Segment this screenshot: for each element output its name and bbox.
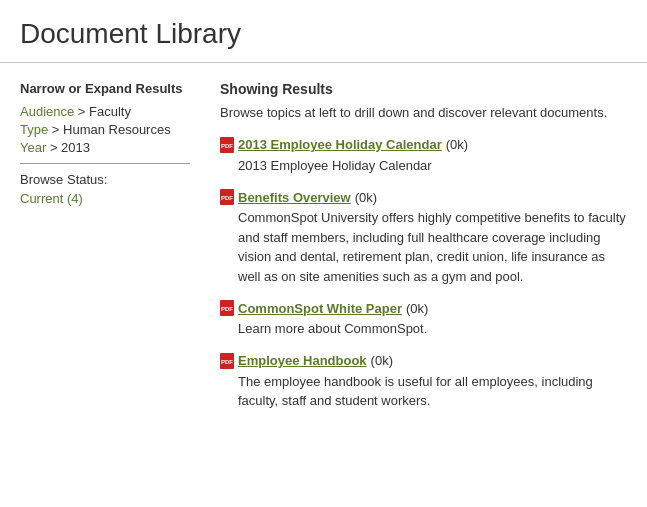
doc-item-2: PDF Benefits Overview (0k) CommonSpot Un…: [220, 189, 627, 286]
type-filter-operator: > Human Resources: [52, 122, 171, 137]
audience-filter-operator: > Faculty: [78, 104, 131, 119]
sidebar: Narrow or Expand Results Audience > Facu…: [10, 81, 200, 425]
browse-status-label: Browse Status:: [20, 172, 190, 187]
main-content: Showing Results Browse topics at left to…: [210, 81, 637, 425]
year-filter-operator: > 2013: [50, 140, 90, 155]
doc-link-2[interactable]: Benefits Overview: [238, 190, 351, 205]
doc-size-1: (0k): [446, 137, 468, 152]
doc-description-3: Learn more about CommonSpot.: [220, 319, 627, 339]
doc-description-4: The employee handbook is useful for all …: [220, 372, 627, 411]
doc-link-1[interactable]: 2013 Employee Holiday Calendar: [238, 137, 442, 152]
pdf-icon-4: PDF: [220, 353, 234, 369]
doc-size-3: (0k): [406, 301, 428, 316]
sidebar-heading: Narrow or Expand Results: [20, 81, 190, 96]
sidebar-filter-audience: Audience > Faculty: [20, 104, 190, 119]
doc-item-4: PDF Employee Handbook (0k) The employee …: [220, 353, 627, 411]
header-section: Document Library: [0, 0, 647, 63]
sidebar-filter-year: Year > 2013: [20, 140, 190, 155]
year-filter-link[interactable]: Year: [20, 140, 46, 155]
doc-title-row-2: PDF Benefits Overview (0k): [220, 189, 627, 205]
svg-text:PDF: PDF: [221, 359, 233, 365]
svg-text:PDF: PDF: [221, 306, 233, 312]
sidebar-divider: [20, 163, 190, 164]
doc-link-4[interactable]: Employee Handbook: [238, 353, 367, 368]
browse-instruction: Browse topics at left to drill down and …: [220, 103, 627, 123]
pdf-icon-3: PDF: [220, 300, 234, 316]
doc-size-4: (0k): [371, 353, 393, 368]
content-area: Narrow or Expand Results Audience > Facu…: [0, 63, 647, 435]
svg-text:PDF: PDF: [221, 143, 233, 149]
audience-filter-link[interactable]: Audience: [20, 104, 74, 119]
doc-title-row-1: PDF 2013 Employee Holiday Calendar (0k): [220, 137, 627, 153]
type-filter-link[interactable]: Type: [20, 122, 48, 137]
page-title: Document Library: [20, 18, 627, 50]
doc-title-row-4: PDF Employee Handbook (0k): [220, 353, 627, 369]
doc-description-2: CommonSpot University offers highly comp…: [220, 208, 627, 286]
doc-link-3[interactable]: CommonSpot White Paper: [238, 301, 402, 316]
current-filter-link[interactable]: Current (4): [20, 191, 83, 206]
sidebar-filter-type: Type > Human Resources: [20, 122, 190, 137]
doc-description-1: 2013 Employee Holiday Calendar: [220, 156, 627, 176]
page-wrapper: Document Library Narrow or Expand Result…: [0, 0, 647, 435]
browse-status-link: Current (4): [20, 191, 190, 206]
doc-size-2: (0k): [355, 190, 377, 205]
showing-results-heading: Showing Results: [220, 81, 627, 97]
doc-item-1: PDF 2013 Employee Holiday Calendar (0k) …: [220, 137, 627, 176]
pdf-icon-2: PDF: [220, 189, 234, 205]
doc-title-row-3: PDF CommonSpot White Paper (0k): [220, 300, 627, 316]
pdf-icon-1: PDF: [220, 137, 234, 153]
doc-item-3: PDF CommonSpot White Paper (0k) Learn mo…: [220, 300, 627, 339]
svg-text:PDF: PDF: [221, 195, 233, 201]
